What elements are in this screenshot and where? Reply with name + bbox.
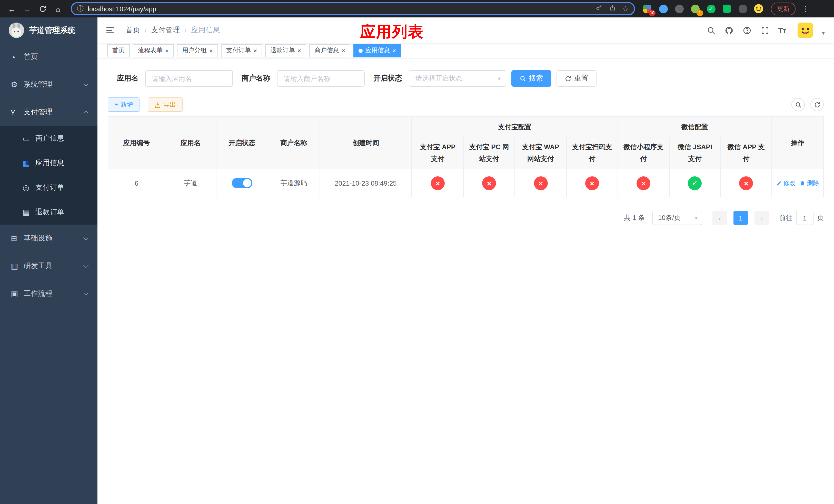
tab-pay-order[interactable]: 支付订单 × — [221, 44, 262, 57]
tab-merchant-info[interactable]: 商户信息 × — [309, 44, 350, 57]
table-toolbar: + 新增 导出 — [108, 97, 824, 112]
url-text: localhost:1024/pay/app — [88, 5, 591, 13]
extension-pinned-grid-icon[interactable]: 10 — [642, 4, 653, 14]
sidebar-item-workflow[interactable]: ▣ 工作流程 — [0, 280, 97, 307]
address-bar[interactable]: ⓘ localhost:1024/pay/app ☆ — [71, 2, 635, 15]
extension-badge-small: 1 — [697, 10, 703, 16]
search-icon[interactable] — [706, 26, 716, 35]
breadcrumb-home[interactable]: 首页 — [126, 26, 140, 35]
sidebar-item-system[interactable]: ⚙ 系统管理 — [0, 71, 97, 98]
fullscreen-icon[interactable] — [760, 26, 769, 35]
pencil-icon — [776, 180, 782, 186]
tab-close-icon[interactable]: × — [298, 47, 301, 53]
edit-button[interactable]: 修改 — [776, 179, 795, 187]
extension-blue-icon[interactable] — [658, 4, 668, 14]
tab-user-group[interactable]: 用户分组 × — [177, 44, 218, 57]
extensions-area: 10 1 ✓ — [642, 4, 764, 14]
browser-refresh-icon[interactable] — [36, 2, 49, 15]
collapse-sidebar-icon[interactable] — [105, 25, 115, 36]
tab-close-icon[interactable]: × — [342, 47, 345, 53]
sidebar-item-merchant-info[interactable]: ▭ 商户信息 — [0, 126, 97, 151]
chevron-down-icon: ▾ — [498, 75, 501, 82]
sidebar-item-home[interactable]: ◔ 首页 — [0, 43, 97, 71]
extension-green-check-icon[interactable]: ✓ — [706, 4, 716, 14]
breadcrumb-section[interactable]: 支付管理 — [151, 26, 180, 35]
grid-icon: ▦ — [23, 158, 36, 168]
status-select[interactable]: 请选择开启状态 ▾ — [409, 70, 506, 87]
chevron-down-icon — [83, 81, 88, 86]
workflow-icon: ▣ — [11, 289, 24, 298]
browser-menu-icon[interactable]: ⋮ — [802, 5, 809, 13]
page-1-button[interactable]: 1 — [733, 211, 748, 225]
sidebar-item-app-info[interactable]: ▦ 应用信息 — [0, 151, 97, 175]
add-button[interactable]: + 新增 — [108, 97, 139, 112]
app-name-input[interactable] — [145, 70, 233, 87]
prev-page-button[interactable]: ‹ — [712, 211, 727, 225]
share-icon[interactable] — [609, 4, 616, 13]
browser-update-button[interactable]: 更新 — [771, 2, 795, 15]
col-wechat-jsapi: 微信 JSAPI 支付 — [670, 137, 721, 169]
breadcrumb-current: 应用信息 — [191, 26, 220, 35]
merchant-name-input[interactable] — [277, 70, 365, 87]
goto-page-input[interactable] — [796, 211, 813, 225]
toggle-search-button[interactable] — [791, 98, 805, 111]
sidebar-item-refund-order[interactable]: ▤ 退款订单 — [0, 200, 97, 225]
tab-app-info[interactable]: 应用信息 × — [353, 44, 401, 57]
col-created: 创建时间 — [320, 117, 412, 169]
sidebar-item-dev-tools[interactable]: ▥ 研发工具 — [0, 252, 97, 280]
sidebar-item-infrastructure[interactable]: ⊞ 基础设施 — [0, 225, 97, 252]
table-row: 6 芋道 芋道源码 2021-10-23 08:49:25 × × × — [108, 169, 824, 197]
browser-home-icon[interactable]: ⌂ — [51, 2, 65, 15]
delete-button[interactable]: 删除 — [799, 179, 819, 187]
chevron-down-icon — [83, 263, 88, 268]
browser-forward-icon[interactable]: → — [21, 2, 34, 15]
sidebar-item-payment[interactable]: ¥ 支付管理 — [0, 98, 97, 126]
app-logo[interactable]: 芋道管理系统 — [0, 18, 97, 43]
tab-close-icon[interactable]: × — [392, 47, 396, 53]
alipay-wap-status-icon: × — [534, 176, 548, 190]
next-page-button[interactable]: › — [754, 211, 769, 225]
font-size-icon[interactable]: TT — [778, 26, 786, 34]
site-info-icon[interactable]: ⓘ — [77, 4, 84, 13]
chevron-down-icon — [83, 291, 88, 296]
bookmark-star-icon[interactable]: ☆ — [622, 4, 629, 13]
export-button[interactable]: 导出 — [148, 97, 182, 112]
avatar-caret-icon[interactable]: ▾ — [822, 29, 825, 36]
extension-emoji-icon[interactable] — [753, 4, 764, 14]
sidebar-menu: ◔ 首页 ⚙ 系统管理 ¥ 支付管理 ▭ 商户信息 — [0, 43, 97, 307]
extension-disabled-icon[interactable] — [674, 4, 684, 14]
saved-password-key-icon[interactable] — [595, 4, 602, 13]
tab-process-form[interactable]: 流程表单 × — [133, 44, 174, 57]
extension-profile-icon[interactable]: 1 — [690, 4, 700, 14]
active-tab-dot — [358, 48, 363, 52]
menu-label: 退款订单 — [36, 208, 64, 217]
extension-dark-icon[interactable] — [738, 4, 748, 14]
refresh-table-button[interactable] — [810, 98, 824, 111]
col-alipay-qr: 支付宝扫码支付 — [567, 137, 618, 169]
tab-close-icon[interactable]: × — [209, 47, 213, 53]
tab-close-icon[interactable]: × — [165, 47, 169, 53]
menu-label: 应用信息 — [36, 158, 64, 168]
github-icon[interactable] — [724, 26, 733, 35]
search-button[interactable]: 搜索 — [511, 70, 551, 87]
user-avatar[interactable] — [798, 23, 813, 38]
help-icon[interactable] — [742, 26, 751, 35]
tab-close-icon[interactable]: × — [254, 47, 257, 53]
menu-label: 研发工具 — [24, 261, 52, 271]
status-toggle[interactable] — [232, 178, 253, 188]
chevron-up-icon — [83, 111, 88, 116]
alipay-pc-status-icon: × — [482, 176, 496, 190]
sidebar-item-pay-order[interactable]: ◎ 支付订单 — [0, 175, 97, 200]
breadcrumb: 首页 / 支付管理 / 应用信息 — [126, 26, 220, 35]
reset-button[interactable]: 重置 — [556, 70, 596, 87]
menu-label: 支付管理 — [24, 108, 52, 117]
page-size-select[interactable]: 10条/页 ▾ — [653, 211, 702, 225]
dashboard-icon: ◔ — [11, 52, 24, 61]
navbar-actions: TT ▾ — [706, 23, 825, 38]
browser-back-icon[interactable]: ← — [5, 2, 19, 15]
extension-green-chat-icon[interactable] — [722, 4, 732, 14]
cell-status — [216, 169, 268, 197]
tab-home[interactable]: 首页 — [107, 44, 130, 57]
credit-card-icon: ▭ — [23, 134, 36, 143]
tab-refund-order[interactable]: 退款订单 × — [265, 44, 306, 57]
